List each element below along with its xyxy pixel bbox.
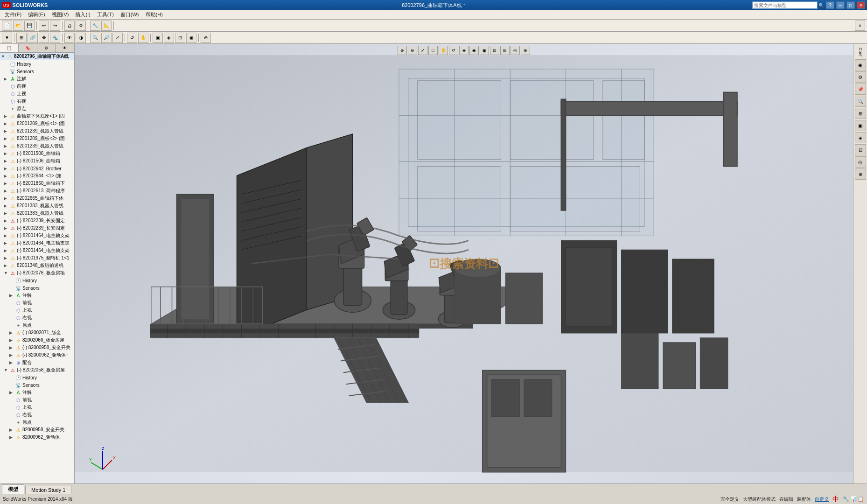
tree-item-part7[interactable]: ▶ ⚠ (-) 82001506_曲轴箱	[0, 157, 74, 165]
tree-item-part18[interactable]: ▶ ⚠ (-) 82001464_电主轴支架	[0, 239, 74, 247]
tree-item-sub1-part1[interactable]: ▶ ⚠ (-) 82002071_钣金	[0, 329, 74, 336]
viewport[interactable]: ⊕ ⊖ ⤢ □ ✋ ↺ ◈ ◉ ▣ ⊡ ⊟ ◎ ⊕	[75, 44, 853, 483]
tree-item-sensors2[interactable]: 📡 Sensors	[0, 284, 74, 292]
tree-item-part21[interactable]: ▶ ⚠ 82001348_板链输送机	[0, 262, 74, 269]
options-btn[interactable]: ⚙	[76, 21, 86, 31]
menu-view[interactable]: 视图(V)	[49, 10, 72, 19]
menu-window[interactable]: 窗口(W)	[118, 10, 142, 19]
tree-item-part14[interactable]: ▶ ⚠ 82001383_机器人管线	[0, 210, 74, 217]
display-style-btn[interactable]: ◈	[164, 33, 174, 43]
right-btn10[interactable]: ⊕	[855, 168, 866, 180]
tree-item-front2[interactable]: ⬡ 前视	[0, 299, 74, 307]
tree-item-sub1[interactable]: ▼ ⚠ (-) 82002076_板金房项	[0, 269, 74, 277]
right-btn7[interactable]: ◈	[855, 132, 866, 143]
print-btn[interactable]: 🖨	[64, 21, 75, 31]
tree-item-sub1-part2[interactable]: ▶ ⚠ 82002066_板金房屋	[0, 336, 74, 344]
tree-item-part19[interactable]: ▶ ⚠ (-) 82001464_电主轴支架	[0, 247, 74, 254]
tree-item-top1[interactable]: ⬡ 上视	[0, 90, 74, 98]
tab-motion-study[interactable]: Motion Study 1	[25, 486, 71, 494]
view-zoom-out[interactable]: ⊖	[408, 46, 417, 55]
tree-item-front3[interactable]: ⬡ 前视	[0, 396, 74, 404]
zoom-fit-btn[interactable]: ⤢	[112, 33, 123, 43]
right-btn9[interactable]: ◎	[855, 156, 866, 168]
tree-item-part6[interactable]: ▶ ⚠ (-) 82001506_曲轴箱	[0, 150, 74, 157]
view-orient-btn[interactable]: ▣	[153, 33, 163, 43]
filter-btn[interactable]: ▼	[2, 33, 12, 43]
view-display2[interactable]: ◉	[469, 46, 479, 55]
tree-item-top2[interactable]: ⬡ 上视	[0, 307, 74, 314]
tree-item-annotation1[interactable]: ▶ A 注解	[0, 75, 74, 83]
tree-item-part10[interactable]: ▶ ⚠ (-) 82001850_曲轴箱下	[0, 180, 74, 187]
view-zoom-fit[interactable]: ⤢	[418, 46, 427, 55]
tree-item-top3[interactable]: ⬡ 上视	[0, 404, 74, 411]
tree-item-front1[interactable]: ⬡ 前视	[0, 83, 74, 90]
expand-btn[interactable]: »	[855, 21, 865, 31]
feature-tree-tab[interactable]: 📋	[0, 44, 19, 52]
tree-item-part8[interactable]: ▶ ⚠ (-) 82002642_Brother	[0, 165, 74, 172]
close-btn[interactable]: ✕	[857, 1, 865, 9]
tree-item-history2[interactable]: 🕐 History	[0, 277, 74, 284]
tree-item-part16[interactable]: ▶ ⚠ (-) 82002239_长安固定	[0, 224, 74, 232]
view-display4[interactable]: ⊡	[490, 46, 499, 55]
tree-item-part20[interactable]: ▶ ⚠ (-) 82001975_翻转机 1<1	[0, 254, 74, 262]
tree-item-sub2-part1[interactable]: ▶ ⚠ 82000958_安全开关	[0, 426, 74, 434]
menu-edit[interactable]: 编辑(E)	[25, 10, 48, 19]
view-section[interactable]: ⊟	[500, 46, 510, 55]
right-btn1[interactable]: ◉	[855, 59, 866, 70]
tree-item-sensors1[interactable]: 📡 Sensors	[0, 68, 74, 75]
menu-insert[interactable]: 插入(I)	[72, 10, 93, 19]
rebuild-btn[interactable]: 🔧	[90, 21, 100, 31]
extras-btn[interactable]: ⊕	[201, 33, 211, 43]
undo-btn[interactable]: ↩	[39, 21, 49, 31]
tree-item-history1[interactable]: 🕐 History	[0, 60, 74, 68]
tree-item-part15[interactable]: ▶ ⚠ (-) 82002239_长安固定	[0, 217, 74, 224]
tree-item-origin2[interactable]: ✦ 原点	[0, 322, 74, 329]
view-display3[interactable]: ▣	[480, 46, 489, 55]
tree-item-origin1[interactable]: ✦ 原点	[0, 105, 74, 112]
move-btn[interactable]: ✥	[39, 33, 49, 43]
tree-item-part2[interactable]: ▶ ⚠ 82001209_底板<1> (固	[0, 120, 74, 127]
hide-btn[interactable]: 👁	[64, 33, 75, 43]
help-btn[interactable]: ?	[826, 1, 834, 9]
tree-item-part3[interactable]: ▶ ⚠ 82001239_机器人管线	[0, 127, 74, 135]
tree-item-part17[interactable]: ▶ ⚠ (-) 82001464_电主轴支架	[0, 232, 74, 239]
right-btn2[interactable]: ⚙	[855, 71, 866, 83]
tree-item-sub2[interactable]: ▼ ⚠ (-) 82002058_板金房屋	[0, 366, 74, 374]
appearance-btn[interactable]: ◉	[186, 33, 196, 43]
view-more1[interactable]: ◎	[510, 46, 520, 55]
tree-item-part12[interactable]: ▶ ⚠ 82002665_曲轴箱下体	[0, 195, 74, 202]
tree-item-sub1-part4[interactable]: ▶ ⚠ (-) 82000962_驱动体+	[0, 351, 74, 359]
smart-fastener-btn[interactable]: 🔩	[50, 33, 60, 43]
config-tab[interactable]: ⚙	[37, 44, 56, 52]
component-btn[interactable]: ⊞	[16, 33, 27, 43]
mate-btn[interactable]: 🔗	[28, 33, 38, 43]
section-btn[interactable]: ⊡	[175, 33, 185, 43]
right-btn6[interactable]: ▣	[855, 120, 866, 131]
minimize-btn[interactable]: ─	[836, 1, 845, 9]
menu-help[interactable]: 帮助(H)	[143, 10, 166, 19]
tree-item-part13[interactable]: ▶ ⚠ 82001383_机器人管线	[0, 202, 74, 210]
customize-btn[interactable]: 自定义	[815, 496, 829, 503]
tree-item-part1[interactable]: ▶ ⚠ 曲轴箱下体底座<1> (固	[0, 112, 74, 120]
tree-item-annotation3[interactable]: ▶ A 注解	[0, 389, 74, 396]
tree-item-right1[interactable]: ⬡ 右视	[0, 98, 74, 105]
tree-item-sub2-part2[interactable]: ▶ ⚠ 82000962_驱动体	[0, 434, 74, 441]
tree-item-history3[interactable]: 🕐 History	[0, 374, 74, 381]
menu-tools[interactable]: 工具(T)	[94, 10, 117, 19]
property-tab[interactable]: 🔖	[19, 44, 37, 52]
zoom-out-btn[interactable]: 🔎	[101, 33, 112, 43]
right-btn8[interactable]: ⊡	[855, 144, 866, 155]
change-transparency-btn[interactable]: ◑	[76, 33, 86, 43]
menu-file[interactable]: 文件(F)	[2, 10, 24, 19]
view-zoom-area[interactable]: □	[428, 46, 438, 55]
zoom-in-btn[interactable]: 🔍	[90, 33, 100, 43]
search-input[interactable]	[752, 1, 818, 9]
tree-item-sub1-part3[interactable]: ▶ ⚠ (-) 82000958_安全开关	[0, 344, 74, 351]
open-btn[interactable]: 📂	[13, 21, 23, 31]
tree-item-origin3[interactable]: ✦ 原点	[0, 419, 74, 426]
save-btn[interactable]: 💾	[24, 21, 35, 31]
maximize-btn[interactable]: □	[846, 1, 855, 9]
display-tab[interactable]: 👁	[56, 44, 74, 52]
tree-item-sensors3[interactable]: 📡 Sensors	[0, 381, 74, 389]
new-btn[interactable]: 📄	[2, 21, 12, 31]
